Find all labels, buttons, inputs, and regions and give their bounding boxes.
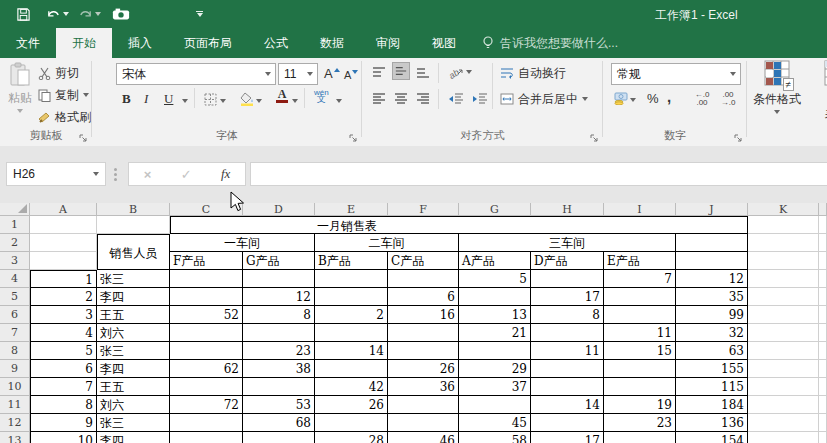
cell-A3[interactable] [30,252,97,270]
cell-C4[interactable] [170,270,243,288]
align-right-button[interactable] [414,90,432,108]
font-color-dropdown-icon[interactable] [292,99,298,103]
phonetic-guide-button[interactable]: wén文 [314,89,329,103]
format-painter-button[interactable]: 格式刷 [38,108,91,126]
cell-E8[interactable]: 14 [315,342,388,360]
cell-F13[interactable]: 46 [388,432,459,443]
cell-H6[interactable]: 8 [531,306,604,324]
column-header-D[interactable]: D [243,203,315,216]
cell-K5[interactable] [748,288,819,306]
formula-bar-splitter[interactable] [114,168,117,183]
bold-button[interactable]: B [120,90,133,108]
cell-B6[interactable]: 王五 [97,306,170,324]
cell-L1[interactable] [819,216,827,234]
column-header-K[interactable]: K [748,203,819,216]
italic-button[interactable]: I [142,90,150,108]
cell-D9[interactable]: 38 [243,360,315,378]
cell-D6[interactable]: 8 [243,306,315,324]
row-header-12[interactable]: 12 [0,414,30,432]
save-button[interactable] [16,4,31,24]
cell-G8[interactable] [459,342,531,360]
cell-B9[interactable]: 李四 [97,360,170,378]
cell-J12[interactable]: 136 [676,414,748,432]
cell-J13[interactable]: 154 [676,432,748,443]
row-header-13[interactable]: 13 [0,432,30,443]
cell-J5[interactable]: 35 [676,288,748,306]
cell-B10[interactable]: 王五 [97,378,170,396]
row-header-2[interactable]: 2 [0,234,30,252]
row-header-10[interactable]: 10 [0,378,30,396]
cell-F5[interactable]: 6 [388,288,459,306]
tab-data[interactable]: 数据 [304,28,360,58]
cell-E9[interactable] [315,360,388,378]
cell-C7[interactable] [170,324,243,342]
font-color-button[interactable]: A [276,89,288,103]
cell-L6[interactable] [819,306,827,324]
tab-review[interactable]: 审阅 [360,28,416,58]
format-as-table-button[interactable]: 套 表格 [809,60,827,124]
column-header-F[interactable]: F [388,203,459,216]
borders-dropdown-icon[interactable] [220,99,226,103]
cell-K12[interactable] [748,414,819,432]
cell-F12[interactable] [388,414,459,432]
row-header-11[interactable]: 11 [0,396,30,414]
cell-J2[interactable] [676,234,748,252]
cell-A1[interactable] [30,216,97,234]
undo-dropdown-icon[interactable] [63,12,69,16]
product-header-cell-F3[interactable]: C产品 [388,252,459,270]
tab-page-layout[interactable]: 页面布局 [168,28,248,58]
borders-button[interactable] [202,90,219,108]
name-box-dropdown-icon[interactable] [93,172,99,176]
align-top-button[interactable] [370,64,388,82]
tab-home[interactable]: 开始 [56,28,112,58]
cell-L9[interactable] [819,360,827,378]
formula-input[interactable] [250,162,827,186]
cell-E7[interactable] [315,324,388,342]
undo-button[interactable] [46,4,69,24]
tab-view[interactable]: 视图 [416,28,472,58]
increase-decimal-button[interactable]: ←.0 .00 [691,91,713,107]
merged-title-cell[interactable]: 一月销售表 [170,216,748,234]
cell-A2[interactable] [30,234,97,252]
cell-G11[interactable] [459,396,531,414]
orientation-button[interactable]: ab [446,63,466,81]
cell-D7[interactable] [243,324,315,342]
cut-button[interactable]: 剪切 [38,64,79,82]
merged-workshop-cell-二车间[interactable]: 二车间 [315,234,459,252]
align-center-button[interactable] [392,90,410,108]
row-header-5[interactable]: 5 [0,288,30,306]
cell-H5[interactable]: 17 [531,288,604,306]
merge-center-button[interactable]: 合并后居中 [500,90,588,108]
cell-K11[interactable] [748,396,819,414]
column-header-I[interactable]: I [604,203,676,216]
cell-C13[interactable] [170,432,243,443]
cell-A10[interactable]: 7 [30,378,97,396]
cell-C5[interactable] [170,288,243,306]
cell-I10[interactable] [604,378,676,396]
column-header-G[interactable]: G [459,203,531,216]
cell-K7[interactable] [748,324,819,342]
orientation-dropdown-icon[interactable] [466,70,472,74]
font-size-combo[interactable]: 11 [278,63,318,85]
cell-G4[interactable]: 5 [459,270,531,288]
cell-H4[interactable] [531,270,604,288]
cell-C6[interactable]: 52 [170,306,243,324]
qat-customize-button[interactable] [196,4,203,24]
cell-H13[interactable]: 17 [531,432,604,443]
copy-button[interactable]: 复制 [38,86,89,104]
tab-insert[interactable]: 插入 [112,28,168,58]
cell-D13[interactable] [243,432,315,443]
cell-B7[interactable]: 刘六 [97,324,170,342]
number-dialog-launcher[interactable] [733,132,743,142]
number-format-dropdown-icon[interactable] [730,72,736,76]
cell-A5[interactable]: 2 [30,288,97,306]
fill-color-dropdown-icon[interactable] [256,99,262,103]
cell-L13[interactable] [819,432,827,443]
shrink-font-button[interactable]: A [342,66,360,84]
cell-D5[interactable]: 12 [243,288,315,306]
font-size-dropdown-icon[interactable] [307,72,313,76]
cell-F9[interactable]: 26 [388,360,459,378]
number-format-combo[interactable]: 常规 [611,63,741,85]
conditional-formatting-button[interactable]: ≠ 条件格式 [749,60,805,114]
font-dialog-launcher[interactable] [348,132,358,142]
